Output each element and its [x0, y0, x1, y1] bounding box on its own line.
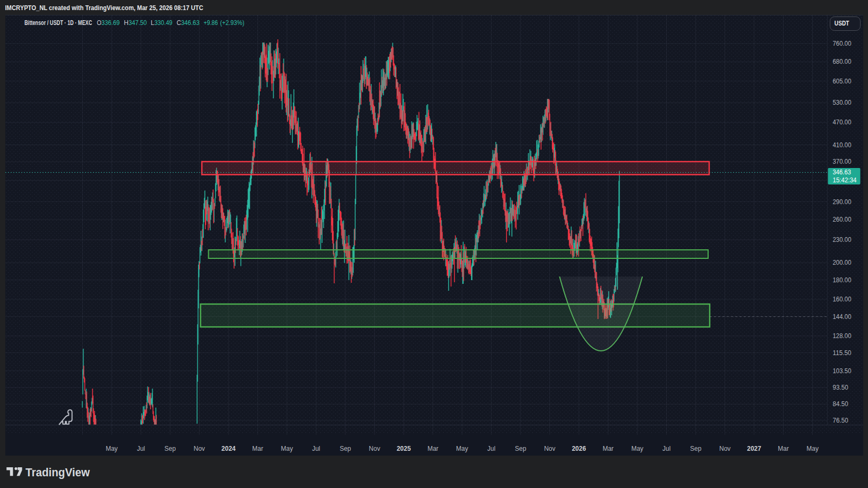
svg-text:160.00: 160.00 [833, 296, 852, 303]
svg-text:Bittensor / USDT · 1D · MEXC: Bittensor / USDT · 1D · MEXC [24, 19, 92, 27]
svg-text:H: H [124, 19, 129, 27]
svg-text:(+2.93%): (+2.93%) [220, 19, 244, 27]
svg-text:May: May [456, 445, 469, 452]
svg-text:May: May [806, 445, 819, 452]
svg-text:15:42:34: 15:42:34 [833, 176, 857, 184]
svg-text:Jul: Jul [487, 445, 495, 452]
svg-text:470.00: 470.00 [833, 119, 852, 126]
svg-text:128.00: 128.00 [833, 332, 852, 340]
svg-text:290.00: 290.00 [833, 198, 852, 206]
svg-text:TradingView: TradingView [25, 466, 90, 479]
svg-text:USDT: USDT [835, 19, 849, 27]
svg-text:346.63: 346.63 [181, 19, 200, 27]
svg-text:Jul: Jul [312, 445, 320, 452]
svg-text:Nov: Nov [194, 445, 205, 452]
svg-text:410.00: 410.00 [833, 141, 852, 149]
svg-text:Sep: Sep [690, 445, 702, 452]
svg-text:May: May [106, 445, 118, 452]
svg-text:Mar: Mar [428, 445, 439, 452]
svg-text:Mar: Mar [602, 445, 614, 452]
svg-text:Sep: Sep [515, 445, 526, 452]
svg-text:Mar: Mar [778, 445, 789, 452]
svg-text:530.00: 530.00 [833, 99, 852, 106]
svg-text:760.00: 760.00 [833, 40, 852, 47]
svg-text:IMCRYPTO_NL created with Tradi: IMCRYPTO_NL created with TradingView.com… [5, 4, 203, 12]
svg-text:230.00: 230.00 [833, 236, 852, 243]
svg-text:103.50: 103.50 [833, 367, 852, 375]
svg-text:144.00: 144.00 [833, 313, 852, 321]
svg-text:330.49: 330.49 [154, 19, 172, 27]
svg-text:O: O [97, 19, 101, 27]
svg-text:Nov: Nov [544, 445, 555, 452]
svg-text:84.50: 84.50 [833, 400, 849, 408]
svg-text:180.00: 180.00 [833, 276, 852, 284]
svg-text:200.00: 200.00 [833, 259, 852, 266]
svg-text:346.63: 346.63 [833, 169, 852, 176]
svg-text:260.00: 260.00 [833, 216, 852, 223]
svg-text:2025: 2025 [397, 445, 411, 452]
svg-text:336.69: 336.69 [101, 19, 120, 27]
svg-text:+9.86: +9.86 [203, 19, 218, 27]
svg-text:May: May [631, 445, 643, 452]
svg-text:Jul: Jul [662, 445, 670, 452]
svg-text:370.00: 370.00 [833, 158, 852, 165]
svg-text:Nov: Nov [719, 445, 730, 452]
svg-text:C: C [176, 19, 181, 27]
svg-text:2024: 2024 [222, 445, 236, 452]
svg-text:2026: 2026 [572, 445, 586, 452]
svg-text:L: L [151, 19, 155, 27]
svg-text:Nov: Nov [369, 445, 380, 452]
svg-text:Sep: Sep [339, 445, 351, 452]
svg-text:Jul: Jul [137, 445, 145, 452]
svg-text:2027: 2027 [747, 445, 761, 452]
svg-text:347.50: 347.50 [129, 19, 147, 27]
svg-text:May: May [281, 445, 293, 452]
svg-text:115.50: 115.50 [833, 349, 852, 357]
svg-text:76.50: 76.50 [833, 417, 849, 424]
svg-text:93.50: 93.50 [833, 384, 849, 391]
svg-text:680.00: 680.00 [833, 58, 852, 65]
svg-text:605.00: 605.00 [833, 78, 852, 85]
svg-text:Mar: Mar [252, 445, 263, 452]
svg-text:Sep: Sep [165, 445, 176, 452]
